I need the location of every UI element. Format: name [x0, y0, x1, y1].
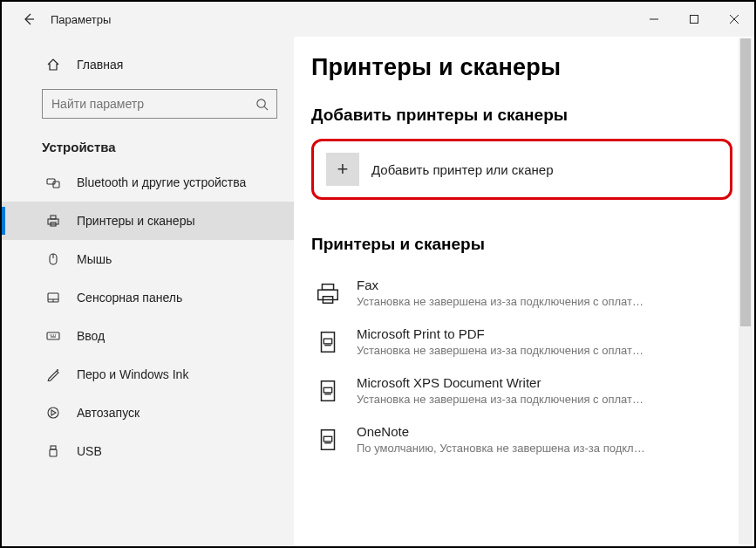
printer-name: Fax — [357, 277, 644, 294]
sidebar-item-label: USB — [77, 444, 102, 458]
close-button[interactable] — [714, 2, 754, 37]
svg-rect-9 — [47, 332, 59, 339]
add-printer-button[interactable]: + Добавить принтер или сканер — [326, 150, 718, 188]
touchpad-icon — [45, 291, 61, 305]
svg-point-10 — [57, 369, 58, 371]
title-bar: Параметры — [2, 2, 754, 37]
add-printer-label: Добавить принтер или сканер — [371, 162, 554, 177]
minimize-icon — [650, 15, 658, 24]
printer-doc-icon — [311, 325, 344, 359]
maximize-icon — [690, 15, 698, 24]
sidebar-item-label: Перо и Windows Ink — [77, 367, 188, 381]
printer-doc-icon — [311, 423, 344, 456]
add-printer-highlight: + Добавить принтер или сканер — [311, 139, 732, 200]
svg-rect-22 — [324, 436, 331, 442]
window-controls — [634, 2, 754, 37]
maximize-button[interactable] — [674, 2, 714, 37]
printer-item-print-to-pdf[interactable]: Microsoft Print to PDF Установка не заве… — [311, 319, 735, 367]
printer-name: Microsoft Print to PDF — [357, 325, 644, 343]
search-icon — [247, 98, 276, 111]
printer-status: Установка не завершена из-за подключения… — [357, 343, 644, 359]
sidebar-item-label: Bluetooth и другие устройства — [77, 175, 246, 189]
list-section-heading: Принтеры и сканеры — [311, 235, 735, 254]
window-title: Параметры — [51, 13, 634, 26]
sidebar-item-printers[interactable]: Принтеры и сканеры — [2, 202, 294, 240]
settings-window: Параметры Главная — [0, 0, 756, 548]
printer-name: OneNote — [357, 423, 645, 441]
svg-rect-14 — [318, 290, 338, 299]
sidebar-item-label: Автозапуск — [77, 406, 140, 420]
sidebar-section-title: Устройства — [2, 124, 294, 163]
search-box[interactable] — [42, 89, 277, 119]
home-label: Главная — [77, 58, 123, 72]
printer-status: По умолчанию, Установка не завершена из-… — [357, 441, 645, 456]
sidebar-item-label: Сенсорная панель — [77, 291, 182, 305]
close-icon — [730, 15, 739, 24]
sidebar-item-label: Ввод — [77, 329, 105, 343]
sidebar-item-mouse[interactable]: Мышь — [2, 240, 294, 278]
keyboard-icon — [45, 329, 61, 343]
main-content: Принтеры и сканеры Добавить принтеры и с… — [294, 37, 754, 546]
sidebar-item-pen[interactable]: Перо и Windows Ink — [2, 355, 294, 394]
svg-point-1 — [256, 99, 264, 106]
svg-rect-5 — [51, 216, 56, 219]
printer-item-xps[interactable]: Microsoft XPS Document Writer Установка … — [311, 367, 735, 416]
svg-point-11 — [48, 408, 58, 418]
printer-name: Microsoft XPS Document Writer — [357, 374, 644, 392]
sidebar-item-usb[interactable]: USB — [2, 432, 294, 470]
printer-status: Установка не завершена из-за подключения… — [357, 294, 644, 310]
svg-rect-20 — [324, 387, 331, 393]
printer-item-onenote[interactable]: OneNote По умолчанию, Установка не завер… — [311, 416, 735, 465]
window-body: Главная Устройства Bluetooth и другие ус… — [2, 37, 754, 546]
search-input[interactable] — [43, 97, 247, 111]
svg-rect-12 — [51, 446, 56, 449]
svg-rect-13 — [50, 449, 57, 456]
bluetooth-icon — [45, 175, 61, 189]
scrollbar-thumb[interactable] — [740, 38, 751, 326]
sidebar-item-typing[interactable]: Ввод — [2, 317, 294, 355]
svg-rect-4 — [48, 219, 58, 224]
fax-icon — [311, 277, 344, 310]
home-link[interactable]: Главная — [2, 52, 294, 77]
sidebar: Главная Устройства Bluetooth и другие ус… — [2, 37, 294, 546]
sidebar-item-autoplay[interactable]: Автозапуск — [2, 394, 294, 432]
svg-rect-18 — [324, 339, 331, 344]
sidebar-item-bluetooth[interactable]: Bluetooth и другие устройства — [2, 163, 294, 202]
autoplay-icon — [45, 406, 61, 420]
back-button[interactable] — [12, 2, 45, 37]
printer-icon — [45, 214, 61, 228]
mouse-icon — [45, 252, 61, 266]
minimize-button[interactable] — [634, 2, 674, 37]
plus-icon: + — [326, 153, 359, 186]
page-title: Принтеры и сканеры — [311, 54, 735, 81]
add-section-heading: Добавить принтеры и сканеры — [311, 106, 735, 125]
printer-item-fax[interactable]: Fax Установка не завершена из-за подключ… — [311, 270, 735, 319]
sidebar-item-label: Мышь — [77, 252, 112, 266]
pen-icon — [45, 367, 61, 381]
scrollbar[interactable] — [739, 38, 753, 545]
sidebar-item-label: Принтеры и сканеры — [77, 214, 194, 228]
printer-doc-icon — [311, 374, 344, 408]
arrow-left-icon — [22, 12, 36, 26]
printer-status: Установка не завершена из-за подключения… — [357, 392, 644, 408]
sidebar-item-touchpad[interactable]: Сенсорная панель — [2, 278, 294, 317]
home-icon — [45, 58, 61, 72]
usb-icon — [45, 444, 61, 458]
svg-rect-15 — [322, 284, 333, 291]
printer-list: Fax Установка не завершена из-за подключ… — [311, 270, 735, 465]
search-wrap — [2, 77, 294, 124]
svg-rect-0 — [691, 16, 698, 24]
